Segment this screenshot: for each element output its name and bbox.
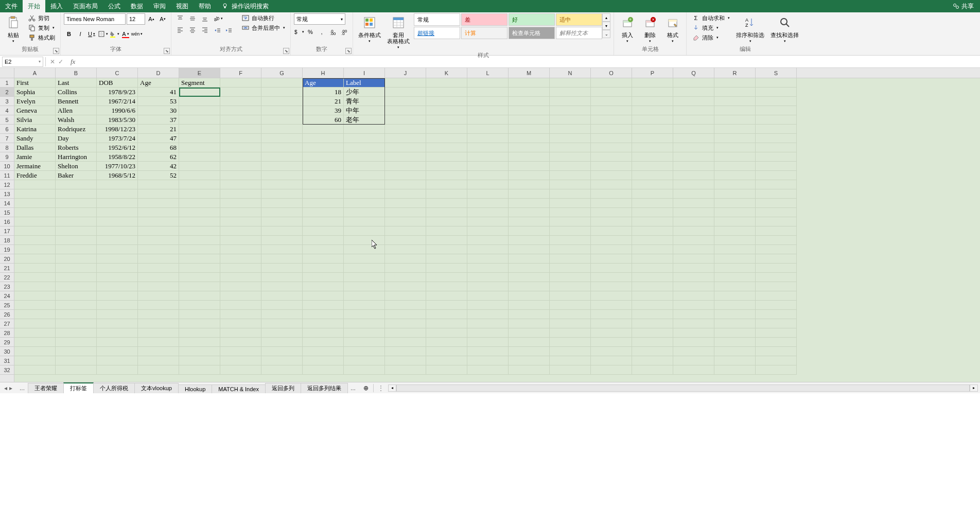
cell[interactable] — [673, 78, 714, 88]
cell[interactable] — [673, 301, 714, 310]
font-launcher[interactable]: ⬊ — [164, 48, 170, 54]
cell[interactable]: 1958/8/22 — [97, 152, 138, 162]
cell[interactable] — [509, 217, 550, 226]
cell[interactable] — [344, 143, 385, 152]
format-painter-button[interactable]: 格式刷 — [26, 33, 57, 42]
cell[interactable] — [220, 264, 261, 273]
cell-style-option[interactable]: 好 — [509, 13, 555, 26]
cell[interactable] — [261, 208, 303, 217]
cell[interactable] — [56, 236, 97, 245]
clear-button[interactable]: 清除 ▾ — [690, 33, 732, 42]
cell[interactable] — [426, 328, 467, 338]
cell[interactable] — [714, 97, 756, 106]
cell[interactable] — [673, 171, 714, 180]
cell[interactable] — [97, 338, 138, 347]
cell[interactable] — [14, 347, 56, 356]
cell[interactable]: Age — [303, 78, 344, 88]
cell[interactable]: 62 — [138, 152, 179, 162]
cell[interactable] — [385, 78, 426, 88]
cell[interactable] — [714, 282, 756, 291]
cell[interactable] — [756, 88, 797, 97]
cell[interactable] — [550, 143, 591, 152]
cell[interactable] — [220, 356, 261, 365]
cell[interactable] — [14, 199, 56, 208]
cell[interactable] — [467, 328, 509, 338]
cell[interactable] — [467, 254, 509, 264]
cell[interactable] — [385, 236, 426, 245]
cell[interactable]: Bennett — [56, 97, 97, 106]
cell[interactable] — [467, 356, 509, 365]
cell[interactable] — [467, 264, 509, 273]
cell[interactable] — [509, 171, 550, 180]
cell[interactable] — [632, 208, 673, 217]
cell[interactable] — [632, 162, 673, 171]
cell[interactable] — [756, 189, 797, 199]
cell[interactable] — [714, 125, 756, 134]
cell[interactable] — [426, 245, 467, 254]
cell[interactable] — [756, 319, 797, 328]
cell[interactable] — [220, 226, 261, 236]
cell[interactable] — [632, 115, 673, 125]
cell[interactable] — [632, 264, 673, 273]
cell[interactable] — [344, 365, 385, 375]
cell[interactable] — [220, 217, 261, 226]
cell[interactable] — [467, 245, 509, 254]
sheet-tab[interactable]: 文本vlookup — [134, 383, 179, 393]
cell[interactable] — [632, 328, 673, 338]
cell[interactable] — [509, 245, 550, 254]
cell[interactable] — [756, 97, 797, 106]
cell[interactable] — [220, 282, 261, 291]
cell[interactable] — [220, 365, 261, 375]
comma-button[interactable]: , — [317, 27, 327, 37]
cell[interactable] — [344, 245, 385, 254]
cell[interactable] — [179, 356, 220, 365]
cell[interactable] — [303, 319, 344, 328]
cell[interactable] — [385, 226, 426, 236]
cell[interactable] — [426, 134, 467, 143]
cell[interactable] — [509, 264, 550, 273]
cell[interactable] — [550, 319, 591, 328]
menu-tab-view[interactable]: 视图 — [171, 0, 194, 12]
cell[interactable] — [632, 310, 673, 319]
cell[interactable] — [467, 236, 509, 245]
cell[interactable] — [632, 180, 673, 189]
cell[interactable] — [14, 328, 56, 338]
cell[interactable] — [509, 347, 550, 356]
cell[interactable] — [426, 78, 467, 88]
cell[interactable] — [673, 125, 714, 134]
cell[interactable] — [756, 226, 797, 236]
cell[interactable]: Geneva — [14, 106, 56, 115]
cell[interactable]: DOB — [97, 78, 138, 88]
table-format-button[interactable]: 套用 表格格式 ▾ — [385, 13, 412, 50]
cell[interactable] — [673, 273, 714, 282]
row-header[interactable]: 4 — [0, 106, 14, 115]
sheet-more[interactable]: ... — [16, 384, 28, 392]
cell[interactable] — [550, 189, 591, 199]
cell[interactable] — [179, 291, 220, 301]
cell[interactable]: Sandy — [14, 134, 56, 143]
cell[interactable] — [467, 217, 509, 226]
cell[interactable] — [220, 97, 261, 106]
cell[interactable] — [138, 199, 179, 208]
cell[interactable] — [550, 152, 591, 162]
cell[interactable] — [426, 291, 467, 301]
row-header[interactable]: 25 — [0, 301, 14, 310]
cell[interactable] — [673, 365, 714, 375]
cell[interactable] — [756, 115, 797, 125]
cell[interactable] — [714, 328, 756, 338]
cell[interactable] — [632, 347, 673, 356]
cell[interactable] — [632, 143, 673, 152]
cell[interactable]: 1973/7/24 — [97, 134, 138, 143]
row-header[interactable]: 12 — [0, 180, 14, 189]
cell[interactable] — [714, 199, 756, 208]
cell[interactable] — [303, 208, 344, 217]
cell[interactable] — [344, 217, 385, 226]
cell[interactable] — [591, 347, 632, 356]
cell[interactable] — [138, 282, 179, 291]
cell[interactable] — [426, 152, 467, 162]
cell[interactable] — [138, 347, 179, 356]
decrease-indent-button[interactable] — [213, 26, 223, 36]
cell[interactable] — [220, 328, 261, 338]
cell[interactable] — [344, 356, 385, 365]
cell[interactable] — [673, 291, 714, 301]
